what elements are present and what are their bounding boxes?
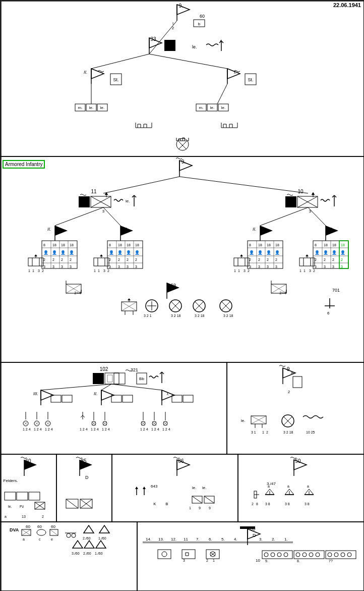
svg-point-481 — [309, 553, 313, 557]
svg-text:2: 2 — [109, 258, 111, 261]
svg-text:2: 2 — [70, 258, 72, 261]
svg-text:3: 3 — [43, 265, 45, 268]
svg-marker-230 — [240, 254, 243, 256]
svg-text:3 2 18: 3 2 18 — [223, 314, 233, 317]
svg-text:le.: le. — [221, 105, 225, 110]
svg-text:2: 2 — [249, 258, 251, 261]
svg-text:1: 1 — [299, 269, 301, 273]
svg-line-496 — [179, 177, 308, 193]
svg-line-302 — [81, 415, 83, 417]
svg-text:8: 8 — [249, 243, 251, 247]
svg-text:2./60: 2./60 — [83, 536, 91, 540]
svg-text:60: 60 — [51, 524, 55, 529]
svg-marker-432 — [84, 525, 94, 533]
main-diagram: 9. I 2 60 b 33 le. — [1, 1, 364, 591]
svg-text:le.: le. — [126, 199, 130, 203]
svg-line-303 — [83, 415, 85, 417]
svg-text:1: 1 — [189, 506, 191, 510]
svg-text:👤: 👤 — [249, 250, 254, 255]
svg-rect-262 — [105, 373, 125, 384]
svg-text:3: 3 — [183, 559, 185, 562]
svg-text:👤: 👤 — [117, 250, 123, 255]
svg-text:7?: 7? — [329, 559, 333, 563]
svg-marker-381 — [135, 487, 138, 489]
svg-text:B: B — [165, 502, 168, 506]
svg-text:60: 60 — [26, 524, 30, 529]
svg-text:5.: 5. — [221, 537, 225, 542]
svg-rect-118 — [28, 258, 43, 266]
svg-text:👤: 👤 — [126, 250, 131, 255]
svg-text:9: 9 — [287, 366, 290, 372]
svg-text:I.: I. — [167, 391, 169, 396]
svg-text:le.: le. — [89, 105, 93, 110]
svg-text:D: D — [253, 533, 256, 538]
svg-text:60: 60 — [200, 14, 205, 19]
svg-text:3 1: 3 1 — [251, 431, 256, 434]
svg-rect-3 — [227, 362, 364, 454]
svg-text:18: 18 — [70, 243, 74, 247]
svg-text:3: 3 — [61, 265, 63, 268]
svg-text:a: a — [307, 485, 309, 488]
svg-text:3 8: 3 8 — [265, 502, 270, 506]
svg-line-492 — [149, 54, 227, 69]
svg-point-485 — [328, 553, 332, 557]
svg-text:II.: II. — [84, 70, 88, 75]
svg-text:8: 8 — [43, 243, 45, 247]
svg-text:👤: 👤 — [332, 250, 337, 255]
svg-text:K: K — [153, 502, 156, 506]
svg-text:St.: St. — [113, 77, 118, 82]
svg-line-503 — [111, 384, 162, 390]
svg-text:le.: le. — [100, 105, 104, 110]
svg-text:18: 18 — [324, 243, 328, 247]
svg-marker-239 — [306, 254, 309, 256]
svg-text:3: 3 — [341, 265, 343, 268]
svg-marker-176 — [260, 226, 273, 236]
svg-marker-438 — [84, 541, 94, 548]
svg-text:Bb: Bb — [139, 377, 144, 381]
svg-text:le.: le. — [210, 105, 214, 110]
svg-marker-440 — [96, 541, 106, 548]
svg-text:3: 3 — [275, 265, 277, 268]
svg-rect-1 — [1, 156, 364, 362]
svg-line-499 — [260, 207, 308, 226]
svg-text:2: 2 — [118, 258, 120, 261]
svg-text:3: 3 — [38, 269, 40, 273]
svg-line-500 — [308, 207, 326, 226]
svg-rect-55 — [79, 196, 90, 207]
svg-point-430 — [67, 533, 71, 538]
svg-text:1 2 4: 1 2 4 — [162, 427, 170, 431]
svg-text:3 2 18: 3 2 18 — [283, 431, 293, 434]
svg-point-476 — [284, 553, 288, 557]
svg-text:3: 3 — [324, 265, 326, 268]
svg-rect-356 — [29, 492, 40, 500]
svg-text:18: 18 — [61, 243, 65, 247]
svg-text:2.: 2. — [272, 537, 275, 542]
svg-text:18: 18 — [341, 243, 345, 247]
svg-text:👤: 👤 — [266, 250, 271, 255]
svg-line-389 — [204, 496, 214, 503]
svg-text:2: 2 — [324, 258, 326, 261]
svg-text:3: 3 — [127, 265, 129, 268]
svg-point-474 — [271, 553, 275, 557]
svg-text:2: 2 — [61, 258, 63, 261]
svg-marker-129 — [100, 254, 103, 256]
svg-text:👤: 👤 — [60, 250, 66, 255]
svg-text:2: 2 — [107, 269, 109, 273]
svg-text:12.: 12. — [171, 537, 176, 542]
svg-rect-274 — [51, 395, 61, 402]
svg-point-487 — [341, 553, 345, 557]
svg-text:14.: 14. — [146, 537, 151, 542]
svg-text:1 2 4: 1 2 4 — [151, 427, 159, 431]
svg-text:c: c — [39, 538, 41, 541]
svg-rect-279 — [111, 395, 122, 402]
svg-text:11: 11 — [91, 189, 97, 194]
svg-text:3: 3 — [309, 269, 311, 273]
svg-line-494 — [217, 84, 227, 104]
svg-text:1: 1 — [94, 269, 96, 273]
svg-text:2: 2 — [315, 258, 317, 261]
svg-text:60: 60 — [37, 524, 42, 529]
svg-text:18: 18 — [135, 243, 139, 247]
svg-text:11: 11 — [184, 537, 188, 542]
svg-point-479 — [296, 553, 300, 557]
svg-text:2: 2 — [52, 258, 54, 261]
